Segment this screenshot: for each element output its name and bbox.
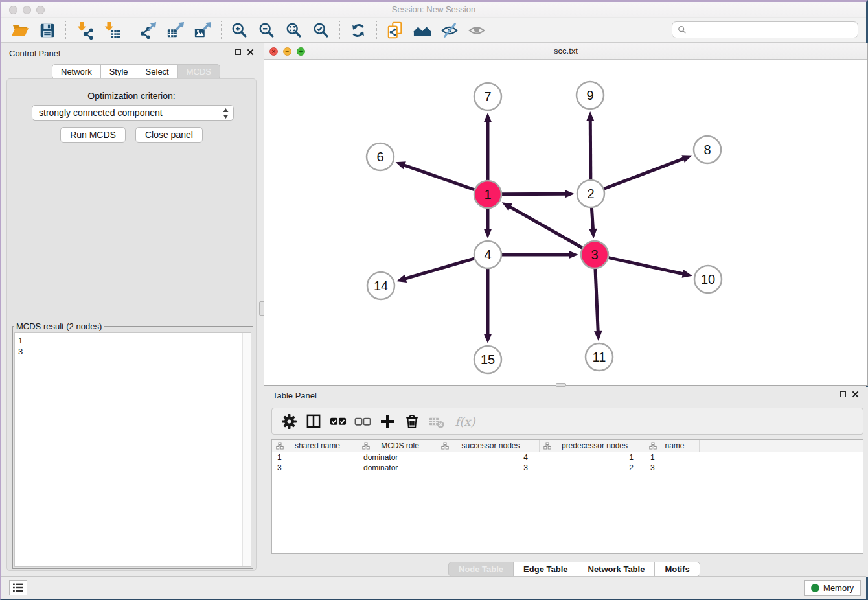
- arrowhead-4-14: [396, 275, 407, 283]
- cell-successor-nodes[interactable]: 3: [437, 463, 540, 473]
- network-graph[interactable]: 7968124314101511: [264, 60, 867, 386]
- edge-3-10[interactable]: [608, 258, 683, 274]
- edge-4-14[interactable]: [404, 259, 474, 279]
- network-canvas[interactable]: 7968124314101511: [264, 60, 867, 385]
- column-edit-icon: [543, 442, 551, 450]
- arrowhead-3-10: [682, 270, 692, 277]
- criterion-dropdown[interactable]: strongly connected component: [32, 105, 234, 121]
- table-panel: Table Panel: [264, 387, 868, 577]
- tab-motifs[interactable]: Motifs: [654, 562, 700, 577]
- search-input[interactable]: [691, 25, 852, 35]
- column-header-MCDS-role[interactable]: MCDS role: [358, 440, 437, 452]
- column-layout-icon[interactable]: [303, 411, 324, 431]
- column-header-successor-nodes[interactable]: successor nodes: [437, 440, 540, 452]
- memory-button[interactable]: Memory: [804, 580, 861, 596]
- export-table-icon[interactable]: [166, 21, 185, 40]
- cell-MCDS-role[interactable]: dominator: [358, 452, 437, 463]
- tab-network[interactable]: Network: [52, 64, 101, 79]
- save-session-icon[interactable]: [38, 21, 57, 40]
- open-file-icon[interactable]: [10, 21, 30, 40]
- table-row[interactable]: 1dominator411: [272, 452, 863, 463]
- search-field[interactable]: [672, 21, 858, 38]
- horizontal-splitter-grip[interactable]: [556, 383, 566, 387]
- cell-MCDS-role[interactable]: dominator: [358, 463, 437, 473]
- import-network-icon[interactable]: [74, 21, 94, 40]
- hide-selected-eye-icon[interactable]: [440, 21, 459, 40]
- node-label-2: 2: [587, 187, 594, 201]
- cell-shared-name[interactable]: 1: [272, 452, 358, 463]
- zoom-in-icon[interactable]: [230, 21, 249, 40]
- gear-icon[interactable]: [279, 411, 299, 431]
- edge-2-3[interactable]: [591, 208, 593, 230]
- add-column-icon[interactable]: [377, 411, 398, 431]
- cell-name[interactable]: 1: [645, 452, 700, 463]
- cell-successor-nodes[interactable]: 4: [437, 452, 540, 463]
- toolbar-separator: [339, 21, 340, 40]
- table-row[interactable]: 3dominator323: [272, 463, 863, 473]
- column-edit-icon: [276, 442, 284, 450]
- toolbar-separator: [65, 21, 66, 40]
- edge-3-1[interactable]: [509, 207, 582, 248]
- column-header-name[interactable]: name: [645, 440, 700, 452]
- float-panel-icon[interactable]: [235, 49, 241, 55]
- memory-status-dot: [811, 584, 819, 592]
- window-title: Session: New Session: [1, 5, 866, 14]
- export-image-icon[interactable]: [193, 21, 212, 40]
- show-all-eye-icon[interactable]: [467, 21, 486, 40]
- tab-select[interactable]: Select: [137, 64, 178, 79]
- delete-table-icon[interactable]: [426, 411, 447, 431]
- close-table-panel-icon[interactable]: [852, 391, 859, 398]
- node-label-6: 6: [376, 150, 383, 164]
- tab-style[interactable]: Style: [100, 64, 137, 79]
- task-history-button[interactable]: [9, 580, 27, 595]
- mcds-panel: Optimization criterion: strongly connect…: [6, 78, 257, 571]
- cell-shared-name[interactable]: 3: [272, 463, 358, 473]
- first-neighbors-icon[interactable]: [413, 21, 432, 40]
- zoom-fit-icon[interactable]: [284, 21, 304, 40]
- edge-3-11[interactable]: [595, 269, 598, 332]
- edge-1-6[interactable]: [404, 165, 474, 190]
- tab-edge-table[interactable]: Edge Table: [513, 562, 578, 577]
- edge-2-8[interactable]: [604, 158, 685, 189]
- search-icon: [678, 25, 687, 34]
- clone-network-icon[interactable]: [385, 21, 405, 40]
- cell-name[interactable]: 3: [645, 463, 700, 473]
- tab-network-table[interactable]: Network Table: [578, 562, 656, 577]
- node-label-15: 15: [481, 352, 495, 367]
- tab-node-table[interactable]: Node Table: [448, 562, 514, 577]
- cell-predecessor-nodes[interactable]: 2: [540, 463, 645, 473]
- export-network-icon[interactable]: [139, 21, 158, 40]
- arrowhead-2-9: [586, 111, 595, 121]
- select-all-icon[interactable]: [328, 411, 348, 431]
- function-builder-icon[interactable]: f(x): [451, 411, 479, 431]
- node-label-8: 8: [703, 143, 711, 157]
- delete-column-icon[interactable]: [402, 411, 422, 431]
- app-window: Session: New Session: [0, 0, 868, 600]
- column-edit-icon: [441, 442, 449, 450]
- dropdown-spinner-icon: [222, 108, 229, 121]
- close-panel-icon[interactable]: [247, 49, 254, 56]
- result-scrollbar[interactable]: [242, 333, 251, 566]
- edge-2-9[interactable]: [590, 120, 591, 179]
- node-label-7: 7: [484, 89, 491, 104]
- deselect-all-icon[interactable]: [352, 411, 373, 431]
- table-panel-title: Table Panel: [273, 391, 317, 400]
- import-table-icon[interactable]: [102, 21, 121, 40]
- close-panel-button[interactable]: Close panel: [135, 127, 203, 143]
- node-table: shared nameMCDS rolesuccessor nodesprede…: [271, 439, 863, 554]
- mcds-result-area[interactable]: 1 3: [14, 332, 251, 567]
- run-mcds-button[interactable]: Run MCDS: [60, 127, 126, 143]
- mcds-result-title: MCDS result (2 nodes): [14, 321, 104, 331]
- float-table-panel-icon[interactable]: [840, 391, 846, 397]
- column-header-shared-name[interactable]: shared name: [272, 440, 358, 452]
- tab-mcds[interactable]: MCDS: [177, 64, 220, 79]
- refresh-network-icon[interactable]: [348, 21, 368, 40]
- table-toolbar: f(x): [271, 408, 863, 435]
- edge-1-2[interactable]: [502, 194, 566, 194]
- network-frame-titlebar[interactable]: × − + scc.txt: [264, 43, 867, 60]
- column-header-predecessor-nodes[interactable]: predecessor nodes: [540, 440, 645, 452]
- zoom-out-icon[interactable]: [257, 21, 277, 40]
- zoom-selected-icon[interactable]: [312, 21, 331, 40]
- cell-predecessor-nodes[interactable]: 1: [540, 452, 645, 463]
- arrowhead-2-3: [589, 229, 597, 238]
